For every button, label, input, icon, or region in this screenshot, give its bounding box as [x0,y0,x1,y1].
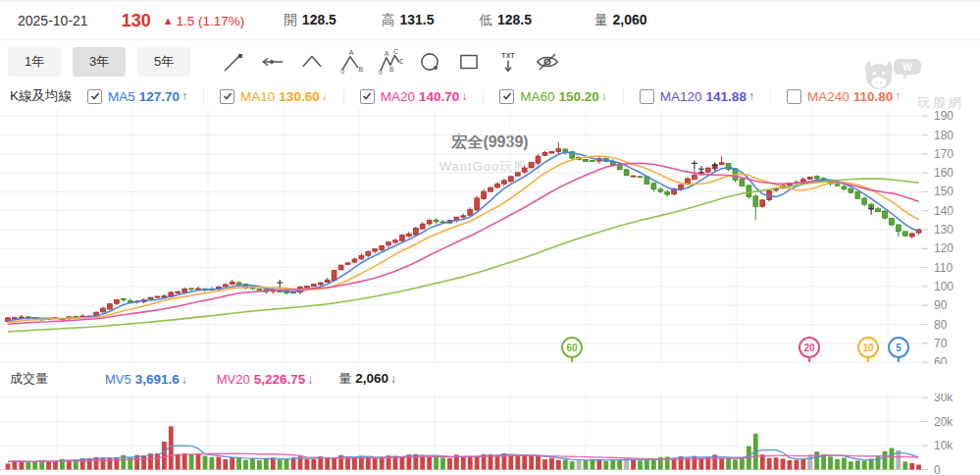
svg-text:20k: 20k [934,415,954,429]
svg-text:90: 90 [934,298,948,312]
volume-value: 量2,060 [594,12,647,29]
info-bar: 2025-10-21 130 ▲ 1.5 (1.17%) 開128.5 高131… [0,0,980,40]
ma10-toggle[interactable]: MA10130.60↓ [220,89,344,104]
checkbox-icon[interactable] [640,89,654,104]
ma120-toggle[interactable]: MA120141.88↑ [640,89,771,104]
svg-text:30k: 30k [934,394,954,404]
candlestick-chart[interactable]: 1901801701601501401301201101009080706060… [0,109,980,364]
mv5-value: MV53,691.6↓ [105,372,187,387]
svg-text:0: 0 [934,463,941,475]
svg-text:80: 80 [934,318,948,332]
ma60-toggle[interactable]: MA60150.20↓ [499,89,624,104]
svg-text:160: 160 [934,166,954,180]
svg-text:B: B [389,66,393,73]
hide-drawings-icon[interactable] [535,49,560,75]
svg-text:70: 70 [934,337,948,350]
svg-text:0: 0 [379,69,383,75]
svg-text:150: 150 [934,185,954,198]
abcd-wave-icon[interactable]: 0ABCD [378,49,403,75]
svg-text:190: 190 [934,109,954,123]
angle-icon[interactable] [299,49,325,75]
svg-text:A: A [385,50,389,57]
price-chart-pane: 宏全(9939) WantGoo玩股網 19018017016015014013… [0,109,980,364]
svg-text:D: D [399,58,403,65]
checkbox-icon[interactable] [360,89,375,104]
toolbar: 1年 3年 5年 0AB 0ABCD TXT [0,40,980,83]
high-value: 高131.5 [382,12,435,29]
last-price: 130 [122,11,151,31]
checkbox-icon[interactable] [87,89,102,104]
price-change: 1.5 (1.17%) [177,14,245,28]
volume-total: 量2,060↓ [338,370,396,388]
volume-chart-pane: 30k20k10k0 [0,394,980,475]
svg-text:A: A [349,49,354,56]
rectangle-icon[interactable] [456,49,482,75]
ma20-toggle[interactable]: MA20140.70↓ [360,89,485,104]
svg-text:20: 20 [803,343,815,353]
svg-text:5: 5 [896,343,902,353]
svg-text:120: 120 [934,241,954,255]
svg-text:60: 60 [934,355,948,364]
svg-text:10k: 10k [934,439,954,452]
volume-bars-chart[interactable]: 30k20k10k0 [0,394,980,475]
up-triangle-icon: ▲ [163,15,174,26]
svg-text:170: 170 [934,147,954,161]
ma-legend: K線及均線 MA5127.70↑ MA10130.60↓ MA20140.70↓… [0,83,980,109]
svg-text:130: 130 [934,223,954,237]
legend-title: K線及均線 [10,87,72,105]
tab-1-year[interactable]: 1年 [8,47,61,77]
svg-text:TXT: TXT [501,52,515,59]
checkbox-icon[interactable] [499,89,514,104]
horizontal-line-icon[interactable] [260,49,285,75]
tab-5-year[interactable]: 5年 [137,47,190,77]
mv20-value: MV205,226.75↓ [217,372,314,387]
svg-text:W: W [903,62,912,73]
ma5-toggle[interactable]: MA5127.70↑ [87,89,204,104]
tab-3-year[interactable]: 3年 [73,47,126,77]
circle-icon[interactable] [417,49,442,75]
trade-date: 2025-10-21 [18,13,88,28]
volume-header: 成交量 MV53,691.6↓ MV205,226.75↓ 量2,060↓ [0,364,980,394]
svg-text:180: 180 [934,129,954,142]
open-value: 開128.5 [284,12,336,29]
drawing-tools: 0AB 0ABCD TXT [214,49,567,75]
svg-text:110: 110 [934,261,953,275]
checkbox-icon[interactable] [220,89,234,104]
svg-text:0: 0 [340,68,344,75]
svg-text:140: 140 [934,204,954,218]
svg-text:100: 100 [934,280,954,293]
low-value: 低128.5 [479,12,532,29]
svg-text:60: 60 [566,343,578,353]
text-annotation-icon[interactable]: TXT [495,49,521,75]
volume-title: 成交量 [10,370,48,388]
checkbox-icon[interactable] [787,89,801,104]
site-logo: W 玩股網 [858,57,966,112]
svg-text:10: 10 [862,343,874,353]
svg-text:C: C [393,49,398,55]
abc-wave-icon[interactable]: 0AB [338,49,364,75]
svg-text:B: B [359,66,364,73]
trendline-icon[interactable] [221,49,246,75]
